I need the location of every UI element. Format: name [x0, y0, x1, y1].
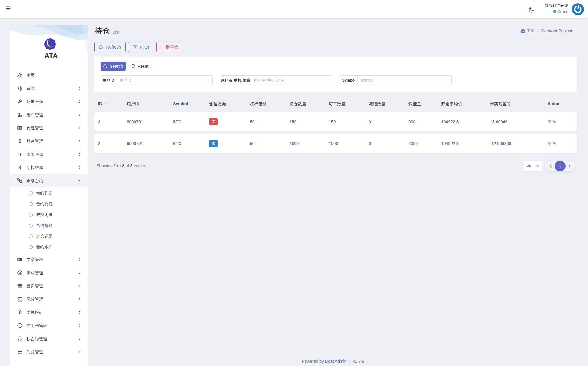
svg-text:B: B — [18, 152, 21, 157]
svg-text:B: B — [18, 165, 21, 170]
svg-text:¥: ¥ — [19, 310, 21, 315]
svg-text:$: $ — [18, 138, 21, 144]
